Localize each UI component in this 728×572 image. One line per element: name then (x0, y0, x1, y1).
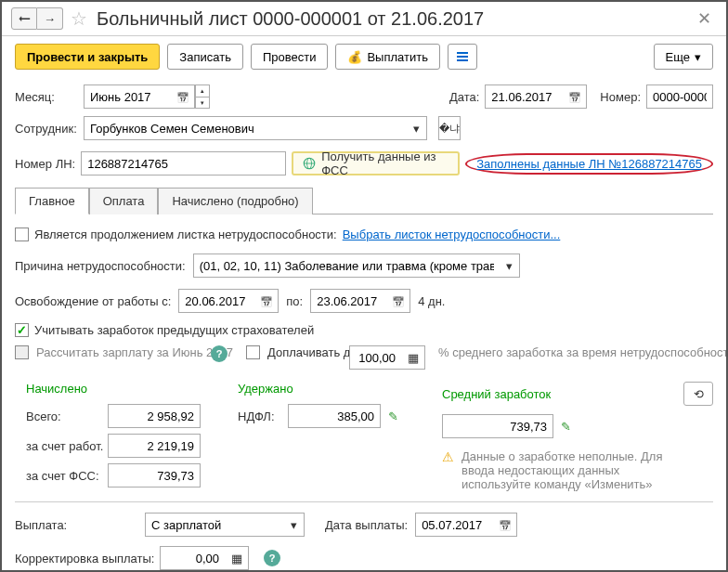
number-label: Номер: (600, 90, 641, 104)
release-to-input[interactable] (310, 289, 386, 313)
ln-filled-link[interactable]: Заполнены данные ЛН №126887214765 (465, 153, 713, 175)
month-calendar-button[interactable] (171, 84, 195, 109)
tab-payment[interactable]: Оплата (89, 188, 159, 214)
month-input[interactable] (84, 84, 171, 109)
warning-icon: ⚠ (442, 449, 454, 464)
pay-extra-label: Доплачивать до (267, 345, 342, 359)
globe-icon (303, 156, 316, 171)
help-correction-button[interactable]: ? (264, 550, 280, 566)
warning-text: Данные о заработке неполные. Для ввода н… (462, 449, 684, 491)
calendar-icon (176, 90, 189, 104)
chevron-down-icon: ▾ (695, 50, 701, 64)
calendar-icon (568, 90, 581, 104)
release-from-label: Освобождение от работы с: (15, 294, 171, 308)
release-to-calendar[interactable] (386, 289, 410, 313)
submit-close-button[interactable]: Провести и закрыть (15, 44, 160, 70)
ln-number-label: Номер ЛН: (15, 157, 75, 171)
ndfl-input[interactable] (288, 404, 381, 428)
employee-label: Сотрудник: (15, 122, 78, 136)
avg-edit-icon[interactable]: ✎ (561, 420, 571, 434)
nav-back-button[interactable]: 🠔 (11, 7, 37, 30)
get-fss-data-button[interactable]: Получить данные из ФСС (292, 151, 460, 176)
reason-input[interactable] (193, 254, 500, 278)
money-icon (347, 50, 362, 64)
avg-input[interactable] (442, 414, 553, 438)
month-label: Месяц: (15, 90, 78, 104)
fss-part-label: за счет ФСС: (15, 469, 100, 483)
payout-input[interactable] (145, 513, 284, 537)
days-label: 4 дн. (418, 294, 445, 308)
choose-sheet-link[interactable]: Выбрать листок нетрудоспособности... (343, 228, 561, 241)
month-spinner[interactable]: ▴▾ (195, 84, 210, 109)
tab-accrued[interactable]: Начислено (подробно) (158, 188, 312, 214)
date-input[interactable] (485, 84, 563, 109)
calendar-icon (392, 294, 405, 308)
employee-dropdown-button[interactable]: ▾ (407, 116, 427, 140)
prev-insurers-label: Учитывать заработок предыдущих страховат… (34, 323, 314, 337)
avg-header: Средний заработок (442, 387, 683, 401)
continuation-label: Является продолжением листка нетрудоспос… (34, 228, 337, 241)
accrued-header: Начислено (15, 382, 219, 396)
number-input[interactable] (646, 84, 713, 109)
payout-date-calendar[interactable] (493, 513, 517, 537)
tab-main[interactable]: Главное (15, 188, 89, 214)
more-button[interactable]: Еще ▾ (654, 44, 713, 70)
date-calendar-button[interactable] (563, 84, 587, 109)
nav-forward-button[interactable]: → (37, 7, 63, 30)
payout-dropdown-button[interactable]: ▾ (284, 513, 305, 537)
calendar-icon (260, 294, 273, 308)
employer-input[interactable] (108, 434, 201, 458)
employee-input[interactable] (84, 116, 407, 140)
correction-calc[interactable]: ▦ (225, 546, 249, 570)
release-from-calendar[interactable] (254, 289, 279, 313)
withheld-header: Удержано (238, 382, 423, 396)
release-to-label: по: (286, 294, 303, 308)
percent-note: % среднего заработка за время нетрудоспо… (438, 345, 661, 359)
refresh-button[interactable]: ⟲ (683, 382, 713, 406)
help-recalc-button[interactable]: ? (211, 345, 228, 362)
payout-date-input[interactable] (415, 513, 493, 537)
submit-button[interactable]: Провести (251, 44, 329, 70)
pay-extra-input[interactable] (349, 345, 401, 370)
recalc-salary-label: Рассчитать зарплату за Июнь 2017 (36, 345, 203, 359)
employer-label: за счет работ. (15, 439, 100, 453)
employee-open-button[interactable]: �냐 (438, 116, 461, 140)
reason-dropdown-button[interactable]: ▾ (500, 254, 520, 278)
ndfl-edit-icon[interactable]: ✎ (388, 410, 398, 423)
release-from-input[interactable] (178, 289, 254, 313)
prev-insurers-checkbox[interactable] (15, 323, 29, 337)
fss-part-input[interactable] (108, 463, 201, 488)
pay-extra-checkbox[interactable] (246, 345, 260, 359)
pay-button[interactable]: Выплатить (335, 44, 440, 70)
calendar-icon (499, 518, 512, 532)
total-input[interactable] (108, 404, 201, 428)
payout-label: Выплата: (15, 518, 137, 532)
ln-number-input[interactable] (81, 151, 286, 176)
continuation-checkbox[interactable] (15, 228, 29, 241)
date-label: Дата: (449, 90, 479, 104)
window-title: Больничный лист 0000-000001 от 21.06.201… (97, 8, 692, 30)
reason-label: Причина нетрудоспособности: (15, 259, 186, 273)
recalc-salary-checkbox (15, 345, 29, 359)
correction-input[interactable] (160, 546, 225, 570)
correction-label: Корректировка выплаты: (15, 552, 152, 566)
payout-date-label: Дата выплаты: (325, 518, 408, 532)
pay-extra-calc[interactable]: ▦ (401, 345, 425, 370)
list-button[interactable] (448, 44, 477, 70)
close-button[interactable]: ✕ (692, 8, 717, 29)
ndfl-label: НДФЛ: (238, 410, 280, 423)
list-icon (457, 52, 468, 61)
favorite-star-icon[interactable]: ☆ (71, 7, 87, 30)
total-label: Всего: (15, 410, 100, 423)
save-button[interactable]: Записать (167, 44, 243, 70)
